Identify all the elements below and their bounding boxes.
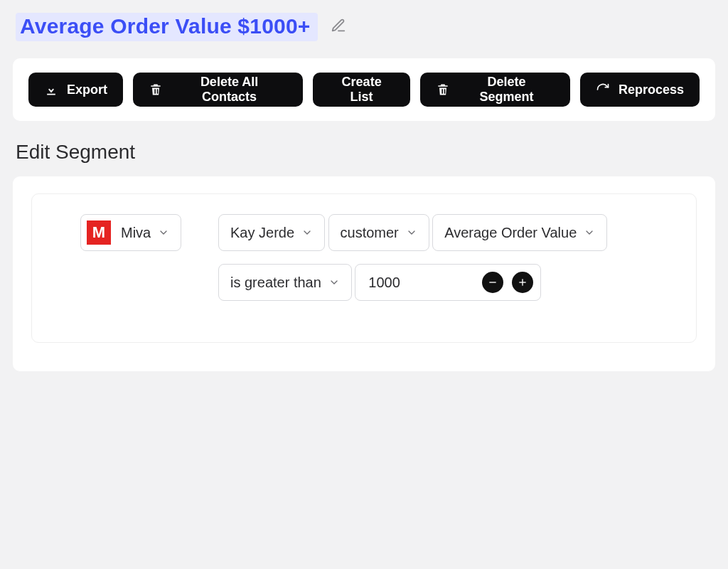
edit-title-button[interactable] — [331, 18, 346, 36]
reprocess-button[interactable]: Reprocess — [580, 73, 700, 107]
edit-segment-heading: Edit Segment — [0, 121, 728, 171]
toolbar: Export Delete All Contacts Create List D… — [13, 58, 715, 121]
delete-all-contacts-button[interactable]: Delete All Contacts — [133, 73, 303, 107]
rule-entity-select[interactable]: customer — [328, 214, 429, 251]
create-list-button[interactable]: Create List — [313, 73, 410, 107]
pencil-icon — [331, 18, 346, 33]
delete-all-contacts-label: Delete All Contacts — [171, 75, 287, 105]
create-list-label: Create List — [328, 75, 395, 105]
refresh-icon — [596, 83, 610, 97]
rule-entity-label: customer — [341, 225, 399, 241]
export-label: Export — [67, 83, 107, 97]
rule-value-container — [355, 264, 541, 301]
chevron-down-icon — [584, 227, 595, 238]
rule-account-label: Kay Jerde — [230, 225, 294, 241]
delete-segment-label: Delete Segment — [459, 75, 555, 105]
rule-value-input[interactable] — [367, 265, 473, 300]
svg-rect-2 — [520, 282, 526, 282]
segment-editor-outer: M Miva Kay Jerde customer Average Order … — [13, 176, 715, 371]
rule-comparator-label: is greater than — [230, 275, 321, 291]
miva-logo-icon: M — [87, 220, 111, 245]
rule-comparator-select[interactable]: is greater than — [218, 264, 352, 301]
rule-metric-label: Average Order Value — [444, 225, 577, 241]
segment-editor-inner: M Miva Kay Jerde customer Average Order … — [31, 193, 697, 343]
reprocess-label: Reprocess — [619, 83, 684, 97]
chevron-down-icon — [301, 227, 313, 238]
chevron-down-icon — [406, 227, 417, 238]
segment-title: Average Order Value $1000+ — [16, 13, 318, 41]
rule-source-select[interactable]: M Miva — [80, 214, 181, 251]
plus-icon — [517, 277, 528, 288]
chevron-down-icon — [328, 277, 340, 288]
trash-icon — [436, 83, 450, 97]
rule-source-label: Miva — [121, 225, 151, 241]
chevron-down-icon — [158, 227, 169, 238]
add-condition-button[interactable] — [512, 272, 533, 293]
export-button[interactable]: Export — [28, 73, 123, 107]
trash-icon — [149, 83, 163, 97]
delete-segment-button[interactable]: Delete Segment — [420, 73, 570, 107]
remove-condition-button[interactable] — [482, 272, 503, 293]
minus-icon — [487, 277, 498, 288]
download-icon — [44, 83, 58, 97]
rule-metric-select[interactable]: Average Order Value — [432, 214, 607, 251]
svg-rect-0 — [490, 282, 496, 282]
rule-account-select[interactable]: Kay Jerde — [218, 214, 325, 251]
